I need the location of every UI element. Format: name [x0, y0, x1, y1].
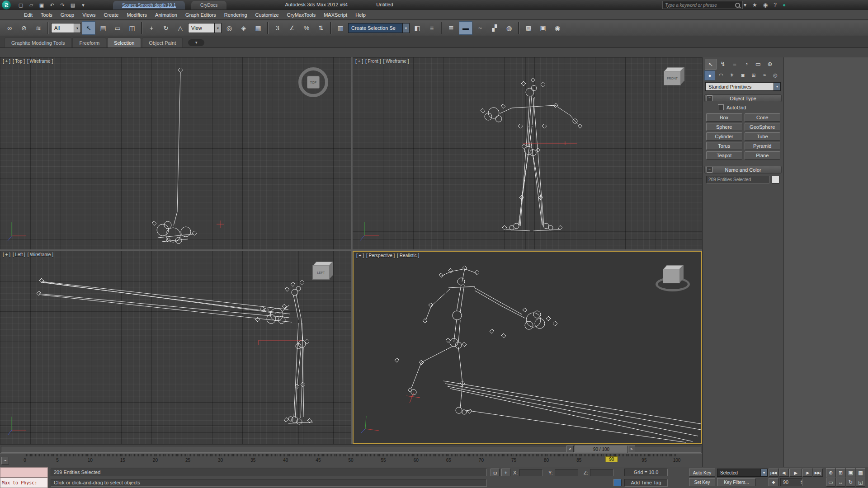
- time-tag-icon[interactable]: [613, 479, 622, 486]
- object-type-pyramid[interactable]: Pyramid: [745, 142, 781, 150]
- menu-item-customize[interactable]: Customize: [251, 11, 283, 19]
- current-frame-field[interactable]: 90 ▲▼: [780, 478, 803, 486]
- previous-frame-icon[interactable]: ◀|: [779, 469, 789, 477]
- viewcube-front[interactable]: FRONT: [664, 71, 681, 85]
- viewport-view-menu[interactable]: [ Top ]: [13, 59, 25, 64]
- ribbon-tab-graphite-modeling-tools[interactable]: Graphite Modeling Tools: [5, 38, 71, 47]
- absolute-offset-mode-toggle[interactable]: +: [501, 469, 510, 476]
- viewcube-top[interactable]: TOP: [298, 67, 328, 97]
- favorites-star-icon[interactable]: ★: [752, 2, 757, 8]
- select-by-name-icon[interactable]: ▤: [96, 21, 110, 35]
- sign-in-icon[interactable]: ◉: [763, 2, 768, 8]
- viewport-shading-menu[interactable]: [ Wireframe ]: [28, 252, 53, 257]
- maximize-viewport-icon[interactable]: ◱: [856, 478, 865, 487]
- frame-label-5[interactable]: 5: [56, 458, 59, 463]
- search-input[interactable]: Type a keyword or phrase: [662, 1, 743, 9]
- geometry-subtab-icon[interactable]: ●: [704, 70, 715, 80]
- graphite-ribbon-toggle-icon[interactable]: ▬: [459, 21, 472, 35]
- set-key-button[interactable]: Set Key: [689, 478, 715, 486]
- schematic-view-icon[interactable]: ▞: [488, 21, 501, 35]
- object-type-teapot[interactable]: Teapot: [706, 151, 742, 160]
- new-scene-icon[interactable]: ▢: [16, 1, 25, 9]
- named-selection-sets-dropdown[interactable]: Create Selection Se▼: [348, 23, 410, 33]
- viewport-perspective[interactable]: [ + ] [ Perspective ] [ Realistic ]: [353, 251, 702, 444]
- viewport-menu-plus[interactable]: [ + ]: [3, 252, 10, 257]
- motion-tab-icon[interactable]: ◔: [741, 59, 752, 69]
- viewcube-top-face[interactable]: TOP: [307, 76, 320, 89]
- ribbon-tab-object-paint[interactable]: Object Paint: [142, 38, 183, 47]
- dropdown-arrow-icon[interactable]: ▼: [402, 23, 409, 33]
- select-and-link-icon[interactable]: ∞: [3, 21, 16, 35]
- selection-lock-toggle[interactable]: ◘: [491, 469, 500, 476]
- ribbon-overflow-button[interactable]: ▼: [188, 39, 204, 46]
- key-filters-button[interactable]: Key Filters...: [717, 478, 756, 486]
- object-name-field[interactable]: 209 Entities Selected: [706, 176, 769, 183]
- next-frame-icon[interactable]: |▶: [802, 469, 812, 477]
- edit-named-selection-sets-icon[interactable]: ▥: [334, 21, 347, 35]
- x-coordinate-field[interactable]: [519, 469, 543, 476]
- viewport-view-menu[interactable]: [ Front ]: [365, 59, 381, 64]
- cameras-subtab-icon[interactable]: ◙: [738, 70, 748, 80]
- rendered-frame-window-icon[interactable]: ▣: [536, 21, 550, 35]
- auto-key-button[interactable]: Auto Key: [689, 469, 715, 477]
- frame-label-70[interactable]: 70: [479, 458, 484, 463]
- menu-item-views[interactable]: Views: [78, 11, 99, 19]
- render-setup-icon[interactable]: ▩: [522, 21, 535, 35]
- lights-subtab-icon[interactable]: ☀: [727, 70, 737, 80]
- project-folder-icon[interactable]: ▤: [68, 1, 77, 9]
- frame-label-85[interactable]: 85: [576, 458, 581, 463]
- menu-item-tools[interactable]: Tools: [37, 11, 57, 19]
- redo-icon[interactable]: ↷: [58, 1, 67, 9]
- utilities-tab-icon[interactable]: ⊕: [764, 59, 775, 69]
- viewport-top[interactable]: [ + ] [ Top ] [ Wireframe ] TOP: [0, 57, 351, 249]
- frame-label-35[interactable]: 35: [250, 458, 255, 463]
- key-mode-toggle-button[interactable]: ◆: [769, 478, 778, 486]
- spinner-snap-icon[interactable]: ⇅: [314, 21, 328, 35]
- collapse-icon[interactable]: −: [707, 167, 712, 173]
- object-type-cone[interactable]: Cone: [745, 113, 781, 122]
- select-and-rotate-icon[interactable]: ↻: [159, 21, 173, 35]
- frame-label-65[interactable]: 65: [446, 458, 451, 463]
- frame-label-75[interactable]: 75: [511, 458, 516, 463]
- object-type-geosphere[interactable]: GeoSphere: [745, 123, 781, 131]
- dropdown-arrow-icon[interactable]: ▼: [214, 23, 221, 33]
- helpers-subtab-icon[interactable]: ⊞: [749, 70, 759, 80]
- snaps-toggle-icon[interactable]: 3: [271, 21, 284, 35]
- application-menu-button[interactable]: S: [2, 0, 11, 9]
- frame-label-100[interactable]: 100: [673, 458, 681, 463]
- ribbon-tab-freeform[interactable]: Freeform: [72, 38, 106, 47]
- viewport-shading-menu[interactable]: [ Realistic ]: [397, 253, 419, 258]
- maxscript-macro-recorder[interactable]: [0, 467, 48, 478]
- time-slider-prev-button[interactable]: <: [566, 446, 574, 452]
- y-coordinate-field[interactable]: [555, 469, 578, 476]
- communication-center-icon[interactable]: ●: [783, 2, 786, 8]
- viewport-view-menu[interactable]: [ Perspective ]: [366, 253, 395, 258]
- viewport-menu-plus[interactable]: [ + ]: [3, 59, 10, 64]
- go-to-start-icon[interactable]: |◀◀: [769, 469, 778, 477]
- autogrid-checkbox[interactable]: [718, 104, 724, 110]
- hierarchy-tab-icon[interactable]: ≡: [729, 59, 740, 69]
- display-tab-icon[interactable]: ▭: [753, 59, 764, 69]
- angle-snap-icon[interactable]: ∠: [285, 21, 299, 35]
- frame-label-45[interactable]: 45: [316, 458, 321, 463]
- object-type-cylinder[interactable]: Cylinder: [706, 132, 742, 141]
- save-file-icon[interactable]: ▣: [37, 1, 46, 9]
- trackbar-ticks[interactable]: [25, 454, 677, 456]
- object-type-plane[interactable]: Plane: [745, 151, 781, 160]
- viewport-menu-plus[interactable]: [ + ]: [355, 59, 363, 64]
- frame-label-0[interactable]: 0: [24, 458, 26, 463]
- layer-manager-icon[interactable]: ≣: [444, 21, 458, 35]
- title-bar-tab[interactable]: CryDocs: [191, 1, 226, 9]
- frame-label-80[interactable]: 80: [544, 458, 549, 463]
- viewcube-perspective[interactable]: [663, 269, 680, 283]
- open-mini-curve-editor-button[interactable]: ~: [1, 457, 9, 465]
- object-type-rollout[interactable]: − Object Type: [704, 94, 782, 102]
- percent-snap-icon[interactable]: %: [300, 21, 313, 35]
- object-type-sphere[interactable]: Sphere: [706, 123, 742, 131]
- frame-label-20[interactable]: 20: [153, 458, 158, 463]
- time-slider-next-button[interactable]: >: [628, 446, 635, 452]
- menu-item-animation[interactable]: Animation: [151, 11, 181, 19]
- primitive-category-dropdown[interactable]: Standard Primitives ▼: [705, 82, 781, 91]
- curve-editor-icon[interactable]: ~: [473, 21, 487, 35]
- viewcube-left[interactable]: LEFT: [312, 265, 330, 280]
